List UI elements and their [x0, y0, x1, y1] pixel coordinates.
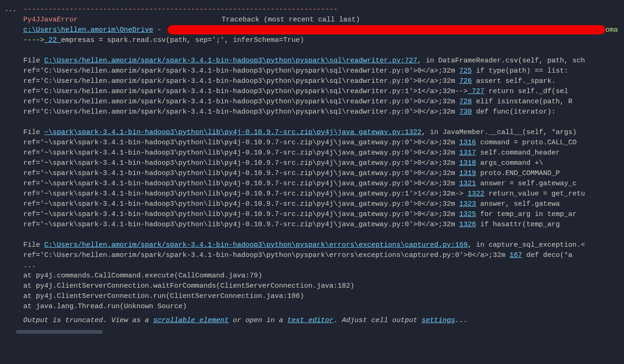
file1-suffix: , in DataFrameReader.csv(self, path, sch [417, 57, 585, 65]
output-area: ··· ------------------------------------… [0, 5, 624, 326]
file3-header: File C:\Users/hellen.amorim/spark/spark-… [23, 240, 624, 250]
code-text: command = proto.CALL_CO [476, 139, 577, 147]
code-text: assert self._spark. [472, 77, 556, 85]
traceback-line: ref='C:\Users/hellen.amorim/spark/spark-… [23, 76, 624, 87]
code-text: args_command +\ [476, 159, 543, 167]
traceback-line: ref='C:\Users/hellen.amorim/spark/spark-… [23, 107, 624, 117]
file2-link[interactable]: ~\spark\spark-3.4.1-bin-hadoop3\python\l… [44, 128, 421, 136]
trunc-text: ... [455, 317, 468, 324]
code-text: return_value = get_retu [484, 190, 585, 198]
ref-path: ref='C:\Users/hellen.amorim/spark/spark-… [23, 98, 459, 106]
ref-path: ref='C:\Users/hellen.amorim/spark/spark-… [23, 88, 468, 95]
user-path-link[interactable]: c:\Users\hellen.amorim\OneDrive [23, 26, 153, 34]
traceback-line: ref='~\spark\spark-3.4.1-bin-hadoop3\pyt… [23, 179, 624, 189]
line-number[interactable]: 1317 [459, 149, 476, 157]
line-number[interactable]: 730 [459, 108, 472, 116]
redacted-bar [168, 25, 605, 34]
text-editor-link[interactable]: text editor [287, 317, 333, 324]
file-prefix: File [23, 241, 44, 249]
ref-path: ref='~\spark\spark-3.4.1-bin-hadoop3\pyt… [23, 149, 459, 157]
file-prefix: File [23, 57, 44, 65]
line-number[interactable]: 1325 [459, 210, 476, 218]
ref-path: ref='~\spark\spark-3.4.1-bin-hadoop3\pyt… [23, 139, 459, 147]
traceback-line: ref='~\spark\spark-3.4.1-bin-hadoop3\pyt… [23, 148, 624, 158]
code-text: answer = self.gateway_c [476, 180, 577, 188]
code-text: def deco(*a [522, 251, 572, 259]
ref-path: ref='~\spark\spark-3.4.1-bin-hadoop3\pyt… [23, 190, 468, 198]
traceback-line: ref='~\spark\spark-3.4.1-bin-hadoop3\pyt… [23, 158, 624, 169]
trunc-text: . Adjust cell output [333, 317, 421, 324]
suffix-text: oma [605, 26, 618, 34]
file1-link[interactable]: C:\Users/hellen.amorim/spark/spark-3.4.1… [44, 57, 417, 65]
line-number[interactable]: 727 [468, 88, 484, 95]
traceback-line: ref='~\spark\spark-3.4.1-bin-hadoop3\pyt… [23, 169, 624, 179]
arrow-indicator: ----> [23, 36, 44, 44]
ref-path: ref='~\spark\spark-3.4.1-bin-hadoop3\pyt… [23, 200, 459, 208]
ref-path: ref='C:\Users/hellen.amorim/spark/spark-… [23, 251, 509, 259]
traceback-line: ref='C:\Users/hellen.amorim/spark/spark-… [23, 97, 624, 107]
scrollable-element-link[interactable]: scrollable element [153, 317, 229, 324]
java-stack-line: at py4j.commands.CallCommand.execute(Cal… [23, 272, 262, 280]
code-text: proto.END_COMMAND_P [476, 169, 560, 177]
line-number[interactable]: 1316 [459, 139, 476, 147]
ref-path: ref='~\spark\spark-3.4.1-bin-hadoop3\pyt… [23, 221, 459, 229]
trunc-text: Output is truncated. View as a [23, 317, 153, 324]
separator-line: ----------------------------------------… [23, 6, 338, 13]
code-text: def func(iterator): [472, 108, 556, 116]
user-code: empresas = spark.read.csv(path, sep=';',… [61, 36, 304, 44]
ref-path: ref='~\spark\spark-3.4.1-bin-hadoop3\pyt… [23, 180, 459, 188]
line-number[interactable]: 726 [459, 77, 472, 85]
java-stack-line: at py4j.ClientServerConnection.run(Clien… [23, 292, 304, 300]
line-number[interactable]: 728 [459, 98, 472, 106]
traceback-line: ref='C:\Users/hellen.amorim/spark/spark-… [23, 87, 624, 97]
traceback-line: ref='~\spark\spark-3.4.1-bin-hadoop3\pyt… [23, 199, 624, 209]
traceback-line: ref='~\spark\spark-3.4.1-bin-hadoop3\pyt… [23, 209, 624, 220]
trunc-text: or open in a [229, 317, 287, 324]
java-stack-line: at py4j.ClientServerConnection.waitForCo… [23, 282, 354, 290]
traceback-line: ref='C:\Users/hellen.amorim/spark/spark-… [23, 250, 624, 261]
scrollbar-thumb[interactable] [16, 330, 102, 334]
code-text: return self._df(sel [484, 88, 568, 95]
ellipsis-dots: ... [23, 262, 36, 270]
user-line-number[interactable]: 22 [44, 36, 61, 44]
line-number[interactable]: 167 [509, 251, 522, 259]
line-number[interactable]: 1318 [459, 159, 476, 167]
ref-path: ref='C:\Users/hellen.amorim/spark/spark-… [23, 77, 459, 85]
ref-path: ref='C:\Users/hellen.amorim/spark/spark-… [23, 108, 459, 116]
error-code-line: ----> 22 empresas = spark.read.csv(path,… [23, 35, 624, 46]
line-number[interactable]: 1326 [459, 221, 476, 229]
traceback-line: ref='~\spark\spark-3.4.1-bin-hadoop3\pyt… [23, 189, 624, 199]
code-text: for temp_arg in temp_ar [476, 210, 577, 218]
code-text: elif isinstance(path, R [472, 98, 572, 106]
settings-link[interactable]: settings [421, 317, 455, 324]
file1-header: File C:\Users/hellen.amorim/spark/spark-… [23, 56, 624, 66]
traceback-line: ref='~\spark\spark-3.4.1-bin-hadoop3\pyt… [23, 138, 624, 148]
exception-name: Py4JJavaError [23, 16, 78, 24]
code-text: answer, self.gatewa [476, 200, 560, 208]
horizontal-scrollbar[interactable] [0, 330, 624, 335]
more-actions-button[interactable]: ··· [5, 6, 16, 16]
dash-sep: - [153, 26, 166, 34]
line-number[interactable]: 725 [459, 67, 472, 75]
code-text: if type(path) == list: [472, 67, 568, 75]
file2-suffix: , in JavaMember.__call__(self, *args) [421, 128, 577, 136]
file-prefix: File [23, 128, 44, 136]
ref-path: ref='~\spark\spark-3.4.1-bin-hadoop3\pyt… [23, 169, 459, 177]
traceback-line: ref='C:\Users/hellen.amorim/spark/spark-… [23, 66, 624, 76]
traceback-line: ref='~\spark\spark-3.4.1-bin-hadoop3\pyt… [23, 220, 624, 230]
ref-path: ref='C:\Users/hellen.amorim/spark/spark-… [23, 67, 459, 75]
line-number[interactable]: 1319 [459, 169, 476, 177]
line-number[interactable]: 1323 [459, 200, 476, 208]
traceback-label: Traceback (most recent call last) [222, 16, 360, 24]
file3-suffix: , in capture_sql_exception.< [468, 241, 585, 249]
truncation-message: Output is truncated. View as a scrollabl… [23, 316, 624, 326]
user-path-row: c:\Users\hellen.amorim\OneDrive - oma [23, 25, 624, 35]
file3-link[interactable]: C:\Users/hellen.amorim/spark/spark-3.4.1… [44, 241, 468, 249]
line-number[interactable]: 1322 [468, 190, 484, 198]
line-number[interactable]: 1321 [459, 180, 476, 188]
ref-path: ref='~\spark\spark-3.4.1-bin-hadoop3\pyt… [23, 210, 459, 218]
java-stack-line: at java.lang.Thread.run(Unknown Source) [23, 303, 187, 310]
file2-header: File ~\spark\spark-3.4.1-bin-hadoop3\pyt… [23, 128, 624, 138]
ref-path: ref='~\spark\spark-3.4.1-bin-hadoop3\pyt… [23, 159, 459, 167]
code-text: if hasattr(temp_arg [476, 221, 560, 229]
